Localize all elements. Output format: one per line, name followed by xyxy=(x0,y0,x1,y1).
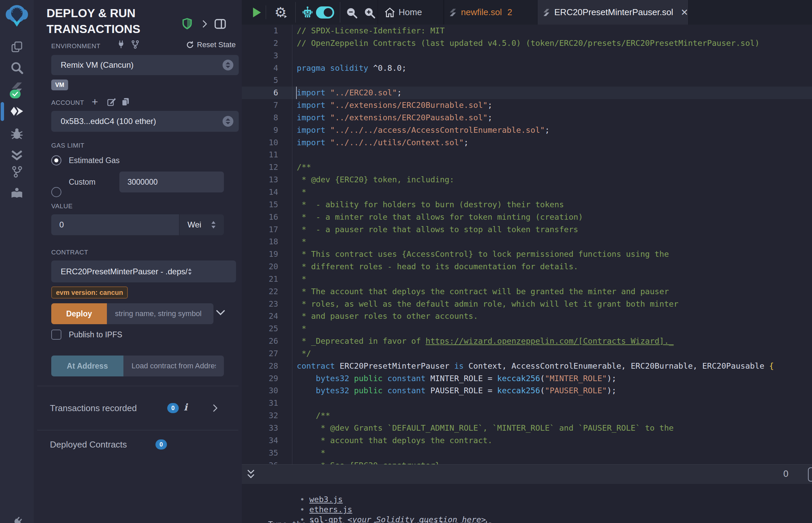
code-line[interactable]: 28contract ERC20PresetMinterPauser is Co… xyxy=(242,360,812,372)
line-content: pragma solidity ^0.8.0; xyxy=(297,62,406,74)
code-line[interactable]: 21 * xyxy=(242,273,812,285)
custom-gas-input[interactable] xyxy=(119,172,224,193)
terminal-search-box[interactable] xyxy=(808,467,812,482)
file-explorer-icon[interactable] xyxy=(10,39,24,54)
code-line[interactable]: 32 /** xyxy=(242,410,812,422)
terminal-header[interactable]: 0 xyxy=(242,464,812,484)
transactions-expand-chevron-icon[interactable] xyxy=(212,404,218,413)
tab-home[interactable]: Home xyxy=(378,0,444,24)
code-line[interactable]: 22 * The account that deploys the contra… xyxy=(242,285,812,298)
code-line[interactable]: 12/** xyxy=(242,161,812,174)
ai-toggle-switch[interactable] xyxy=(316,6,334,19)
value-input[interactable] xyxy=(51,214,179,235)
copy-account-icon[interactable] xyxy=(121,97,130,107)
code-line[interactable]: 29 bytes32 public constant MINTER_ROLE =… xyxy=(242,372,812,385)
remix-logo-icon[interactable] xyxy=(5,3,29,27)
code-line[interactable]: 10import "../../../utils/Context.sol"; xyxy=(242,137,812,149)
zoom-in-icon[interactable] xyxy=(364,7,376,19)
learneth-icon[interactable] xyxy=(10,186,24,201)
code-editor[interactable]: 1// SPDX-License-Identifier: MIT2// Open… xyxy=(242,24,812,464)
ai-assistant-robot-icon[interactable] xyxy=(302,6,313,19)
account-select[interactable]: 0x5B3...eddC4 (100 ether) xyxy=(51,111,239,132)
icon-sidebar xyxy=(0,0,34,523)
code-line[interactable]: 9import "../../../access/AccessControlEn… xyxy=(242,124,812,137)
git-icon[interactable] xyxy=(10,164,24,179)
at-address-button[interactable]: At Address xyxy=(51,356,123,376)
search-icon[interactable] xyxy=(10,60,24,75)
code-line[interactable]: 35 * xyxy=(242,447,812,459)
plugin-connector-icon[interactable] xyxy=(10,515,24,523)
code-line[interactable]: 20 * different roles - head to its docum… xyxy=(242,260,812,273)
line-number: 33 xyxy=(242,422,278,434)
terminal-entry[interactable]: •sol-gpt <your Solidity question here> xyxy=(262,504,486,515)
contract-label: CONTRACT xyxy=(51,249,88,256)
code-line[interactable]: 8import "../extensions/ERC20Pausable.sol… xyxy=(242,111,812,124)
code-line[interactable]: 26 * _Deprecated in favor of https://wiz… xyxy=(242,335,812,347)
deploy-button[interactable]: Deploy xyxy=(51,303,107,324)
vm-badge: VM xyxy=(51,79,68,90)
code-line[interactable]: 36 * See {ERC20-constructor}. xyxy=(242,459,812,464)
code-line[interactable]: 25 * xyxy=(242,323,812,335)
expand-deploy-chevron-icon[interactable] xyxy=(216,309,225,316)
home-icon xyxy=(384,7,395,18)
line-number: 34 xyxy=(242,434,278,447)
fork-state-icon[interactable] xyxy=(130,40,140,49)
tab-active-file[interactable]: ERC20PresetMinterPauser.sol ✕ xyxy=(537,0,689,24)
code-line[interactable]: 7import "../extensions/ERC20Burnable.sol… xyxy=(242,99,812,111)
script-config-gear-icon[interactable]: ⚙ xyxy=(275,5,287,20)
line-content: import "../extensions/ERC20Burnable.sol"… xyxy=(297,99,492,111)
code-line[interactable]: 1// SPDX-License-Identifier: MIT xyxy=(242,24,812,37)
code-line[interactable]: 30 bytes32 public constant PAUSER_ROLE =… xyxy=(242,384,812,397)
contract-value: ERC20PresetMinterPauser - .deps/ xyxy=(61,267,188,276)
select-spinner-icon xyxy=(223,116,233,127)
transactions-info-icon[interactable]: i xyxy=(184,402,188,413)
code-line[interactable]: 6import "../ERC20.sol"; xyxy=(242,87,812,99)
custom-gas-radio[interactable] xyxy=(51,187,61,197)
terminal-output[interactable]: •web3.js •ethers.js •sol-gpt <your Solid… xyxy=(242,484,812,523)
code-line[interactable]: 24 * and pauser roles to other accounts. xyxy=(242,310,812,323)
terminal-entry[interactable]: •ethers.js xyxy=(262,494,352,504)
collapse-chevron-icon[interactable] xyxy=(202,20,207,28)
code-line[interactable]: 13 * @dev {ERC20} token, including: xyxy=(242,174,812,186)
code-line[interactable]: 15 * - ability for holders to burn (dest… xyxy=(242,198,812,211)
pin-panel-icon[interactable] xyxy=(214,19,226,29)
expand-terminal-icon[interactable] xyxy=(247,469,255,480)
code-line[interactable]: 18 * xyxy=(242,236,812,248)
code-line[interactable]: 16 * - a minter role that allows for tok… xyxy=(242,211,812,223)
estimated-gas-radio[interactable] xyxy=(51,155,61,165)
terminal-entry[interactable]: •web3.js xyxy=(262,484,342,494)
code-line[interactable]: 23 * roles, as well as the default admin… xyxy=(242,298,812,310)
code-line[interactable]: 31 xyxy=(242,397,812,410)
terminal-hint: Type the library name to see available c… xyxy=(268,519,492,523)
plug-icon[interactable] xyxy=(117,40,125,49)
code-line[interactable]: 19 * This contract uses {AccessControl} … xyxy=(242,248,812,260)
value-unit-select[interactable]: Wei xyxy=(179,214,224,235)
deploy-and-run-icon[interactable] xyxy=(10,104,24,119)
static-analysis-icon[interactable] xyxy=(10,148,24,162)
code-line[interactable]: 4pragma solidity ^0.8.0; xyxy=(242,62,812,74)
sign-message-icon[interactable] xyxy=(107,97,117,107)
deploy-args-input[interactable] xyxy=(107,303,213,324)
code-line[interactable]: 33 * @dev Grants `DEFAULT_ADMIN_ROLE`, `… xyxy=(242,422,812,434)
contract-select[interactable]: ERC20PresetMinterPauser - .deps/ xyxy=(51,260,236,283)
code-line[interactable]: 34 * account that deploys the contract. xyxy=(242,434,812,447)
code-line[interactable]: 2// OpenZeppelin Contracts (last updated… xyxy=(242,37,812,50)
line-number: 2 xyxy=(242,37,278,50)
at-address-input[interactable] xyxy=(123,356,224,376)
publish-ipfs-checkbox[interactable] xyxy=(51,329,61,340)
zoom-out-icon[interactable] xyxy=(346,7,358,19)
code-line[interactable]: 11 xyxy=(242,149,812,161)
close-tab-icon[interactable]: ✕ xyxy=(681,7,688,18)
run-script-icon[interactable] xyxy=(252,7,262,18)
debugger-icon[interactable] xyxy=(10,126,24,141)
add-account-icon[interactable]: + xyxy=(92,96,98,108)
code-line[interactable]: 14 * xyxy=(242,186,812,198)
reset-state-button[interactable]: Reset State xyxy=(186,40,236,49)
code-line[interactable]: 3 xyxy=(242,50,812,62)
code-lines: 1// SPDX-License-Identifier: MIT2// Open… xyxy=(242,24,812,464)
code-line[interactable]: 5 xyxy=(242,74,812,87)
code-line[interactable]: 27 */ xyxy=(242,347,812,360)
code-line[interactable]: 17 * - a pauser role that allows to stop… xyxy=(242,223,812,236)
environment-select[interactable]: Remix VM (Cancun) xyxy=(51,55,239,75)
tab-newfile[interactable]: newfile.sol 2 xyxy=(443,0,538,24)
